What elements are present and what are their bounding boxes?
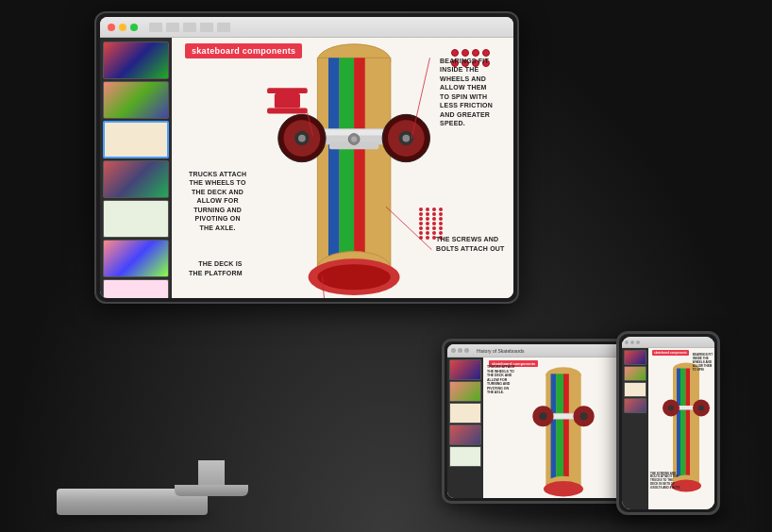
svg-rect-21 xyxy=(267,108,308,114)
toolbar-icon-3[interactable] xyxy=(183,23,196,32)
slide-thumb-7[interactable] xyxy=(103,279,169,298)
phone-dot-3 xyxy=(636,341,640,344)
svg-point-18 xyxy=(402,135,410,142)
phone-slide-panel[interactable] xyxy=(622,348,648,509)
svg-rect-30 xyxy=(551,374,557,484)
phone-screen: skateboard components xyxy=(622,337,714,509)
svg-rect-44 xyxy=(686,369,691,482)
deck-annotation: THE DECK IS THE PLATFORM xyxy=(189,259,243,277)
tablet-skateboard-svg xyxy=(507,365,620,497)
slide-thumb-4[interactable] xyxy=(103,160,169,198)
tablet-dot-3 xyxy=(464,348,469,353)
svg-rect-32 xyxy=(563,374,569,484)
toolbar-icon-4[interactable] xyxy=(200,23,213,32)
bearings-body: INSIDE THEWHEELS ANDALLOW THEMTO SPIN WI… xyxy=(440,65,493,127)
tablet-slide-panel[interactable] xyxy=(447,357,483,498)
phone-thumb-4[interactable] xyxy=(624,398,646,413)
phone-toolbar xyxy=(622,337,714,348)
trucks-annotation: TRUCKS ATTACH THE WHEELS TOTHE DECK ANDA… xyxy=(189,170,246,232)
svg-rect-20 xyxy=(275,93,300,108)
monitor: skateboard components xyxy=(94,11,519,304)
tablet-thumb-4[interactable] xyxy=(449,424,481,445)
bearing-dot-3 xyxy=(472,49,479,57)
svg-rect-19 xyxy=(267,88,308,93)
phone-dot-2 xyxy=(630,341,634,344)
toolbar-icon-1[interactable] xyxy=(149,23,162,32)
tablet-thumb-2[interactable] xyxy=(449,381,481,402)
svg-point-10 xyxy=(351,137,357,142)
phone-thumb-3[interactable] xyxy=(624,382,646,397)
keynote-content: skateboard components xyxy=(100,38,513,298)
slide-thumb-5[interactable] xyxy=(103,200,169,238)
svg-point-48 xyxy=(668,406,674,411)
tablet-trucks-annotation: TRUCKS ATTACHTHE WHEELS TOTHE DECK ANDAL… xyxy=(487,365,514,395)
toolbar-icon-5[interactable] xyxy=(217,23,230,32)
svg-point-36 xyxy=(539,412,546,420)
tablet-thumb-5[interactable] xyxy=(449,446,481,467)
deck-body: THE PLATFORM xyxy=(189,269,243,277)
phone-bearings-annotation: BEARINGS FITINSIDE THEWHEELS ANDALLOW TH… xyxy=(693,354,713,372)
deck-heading: THE DECK IS xyxy=(189,259,243,268)
trucks-body: THE WHEELS TOTHE DECK ANDALLOW FORTURNIN… xyxy=(189,178,246,232)
toolbar-icon-2[interactable] xyxy=(166,23,179,32)
tablet-thumb-1[interactable] xyxy=(449,359,481,380)
monitor-stand-base xyxy=(175,485,248,496)
bearings-heading: BEARINGS FIT xyxy=(440,57,493,65)
phone-main-slide: skateboard components xyxy=(648,348,714,509)
phone-thumb-2[interactable] xyxy=(624,366,646,381)
tablet-dot-2 xyxy=(458,348,462,353)
traffic-light-green[interactable] xyxy=(130,24,138,31)
main-slide: skateboard components xyxy=(172,38,513,298)
screws-annotation: THE SCREWS AND BOLTS ATTACH OUT xyxy=(436,235,505,253)
macos-toolbar xyxy=(100,17,513,38)
svg-point-39 xyxy=(544,481,583,496)
bearing-dot-1 xyxy=(451,49,459,57)
trucks-heading: TRUCKS ATTACH xyxy=(189,170,246,178)
bearings-annotation: BEARINGS FIT INSIDE THEWHEELS ANDALLOW T… xyxy=(440,57,493,128)
tablet-title: History of Skateboards xyxy=(477,348,525,354)
monitor-screen: skateboard components xyxy=(100,17,513,298)
bearing-dot-4 xyxy=(482,49,490,57)
screws-body: BOLTS ATTACH OUT xyxy=(436,244,505,253)
svg-point-23 xyxy=(317,264,390,290)
slide-thumb-2[interactable] xyxy=(103,81,169,119)
svg-rect-3 xyxy=(340,58,354,268)
svg-rect-42 xyxy=(677,369,680,482)
phone-thumb-1[interactable] xyxy=(624,350,646,365)
traffic-light-red[interactable] xyxy=(108,24,115,31)
phone-dot-1 xyxy=(625,341,629,344)
svg-rect-4 xyxy=(354,58,365,268)
slide-panel[interactable] xyxy=(100,38,172,298)
svg-point-50 xyxy=(698,406,704,411)
tablet-thumb-3[interactable] xyxy=(449,403,481,424)
phone-screws-annotation: THE SCREWS ANDBOLTS ATTACH THETRUCKS TO … xyxy=(650,473,680,490)
bearing-dot-2 xyxy=(462,49,469,57)
screws-heading: THE SCREWS AND xyxy=(436,235,505,243)
svg-point-38 xyxy=(580,412,588,420)
phone-content: skateboard components xyxy=(622,348,714,509)
slide-thumb-3[interactable] xyxy=(103,121,169,158)
toolbar-icons xyxy=(149,23,230,32)
tablet-dot-1 xyxy=(451,348,456,353)
slide-thumb-1[interactable] xyxy=(103,42,169,79)
phone-device: skateboard components xyxy=(616,331,720,515)
slide-thumb-6[interactable] xyxy=(103,240,169,277)
svg-rect-2 xyxy=(328,58,340,268)
svg-rect-31 xyxy=(556,374,563,484)
svg-rect-43 xyxy=(680,369,686,482)
svg-point-14 xyxy=(298,135,306,142)
traffic-light-yellow[interactable] xyxy=(119,24,126,31)
